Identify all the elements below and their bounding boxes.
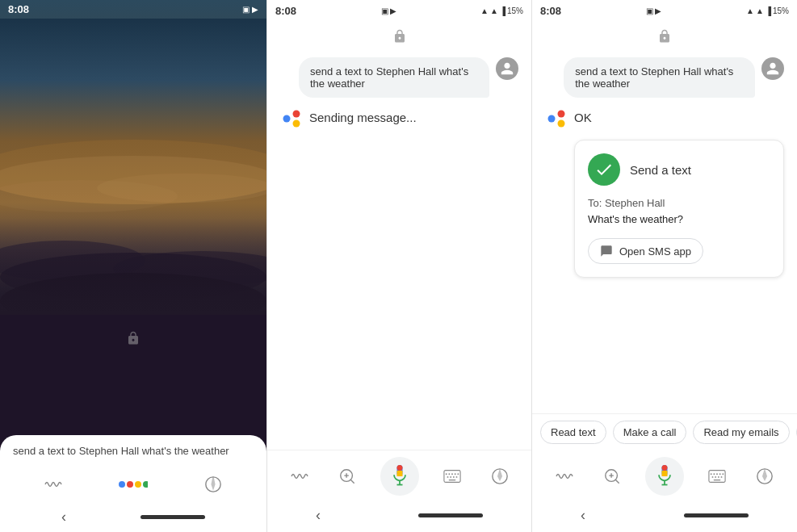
assistant-bottom-2: ‹	[267, 450, 531, 532]
lens-icon-3[interactable]	[598, 462, 627, 491]
suggestions-bar-3[interactable]: Read text Make a call Read my emails W	[532, 414, 797, 450]
back-button-2[interactable]: ‹	[316, 507, 321, 524]
time-2: 8:08	[275, 5, 296, 17]
lock-icon-main	[126, 331, 141, 346]
svg-point-6	[113, 251, 266, 287]
back-button-1[interactable]: ‹	[61, 509, 66, 526]
green-check-icon	[588, 153, 620, 186]
chat-icon	[600, 245, 613, 258]
svg-point-15	[283, 115, 291, 123]
user-avatar-3	[761, 57, 784, 80]
wavy-icon-1[interactable]	[39, 470, 68, 499]
svg-point-9	[119, 481, 125, 488]
ok-text: OK	[574, 107, 592, 124]
svg-rect-42	[661, 465, 667, 471]
keyboard-icon-3[interactable]	[703, 462, 732, 491]
back-button-3[interactable]: ‹	[581, 507, 585, 524]
svg-rect-43	[661, 471, 667, 476]
video-icon: ▶	[252, 5, 258, 14]
user-bubble-2: send a text to Stephen Hall what's the w…	[299, 57, 489, 98]
lock-icon-top-3	[532, 22, 797, 49]
suggestion-make-call[interactable]: Make a call	[613, 421, 687, 444]
wavy-icon-3[interactable]	[550, 462, 579, 491]
status-bar-3: 8:08 ▣ ▶ ▲ ▲ ▐ 15%	[532, 0, 797, 22]
time-3: 8:08	[540, 5, 561, 17]
compass-icon-3[interactable]	[750, 462, 779, 491]
mic-button-2[interactable]	[380, 457, 419, 496]
home-pill-2[interactable]	[418, 513, 483, 517]
svg-point-8	[0, 273, 266, 315]
query-text-1: send a text to Stephen Hall what's the w…	[13, 445, 254, 457]
svg-rect-20	[396, 465, 402, 471]
sms-card-title: Send a text	[630, 163, 691, 177]
status-bar-1: 8:08 ▣ ▶	[0, 0, 266, 19]
compass-icon-2[interactable]	[485, 462, 514, 491]
home-pill-3[interactable]	[684, 513, 749, 517]
sms-card: Send a text To: Stephen Hall What's the …	[574, 140, 784, 278]
user-message-3: send a text to Stephen Hall what's the w…	[545, 57, 784, 98]
wavy-icon-2[interactable]	[285, 462, 314, 491]
user-avatar-2	[496, 57, 518, 80]
sms-card-header: Send a text	[588, 153, 770, 186]
google-dots-2	[280, 107, 303, 130]
svg-marker-58	[763, 471, 767, 480]
status-icons-3: ▣ ▶	[646, 6, 661, 15]
svg-point-5	[0, 241, 145, 281]
bottom-controls-2[interactable]	[267, 450, 531, 502]
battery-text-2: 15%	[507, 6, 523, 15]
svg-marker-14	[212, 477, 215, 489]
chat-area-3: send a text to Stephen Hall what's the w…	[532, 49, 797, 413]
svg-point-4	[0, 140, 266, 204]
chat-area-2: send a text to Stephen Hall what's the w…	[267, 49, 531, 450]
svg-point-11	[135, 481, 141, 488]
assistant-response-3: OK	[545, 107, 784, 130]
wifi-icon-3: ▲	[746, 6, 754, 15]
user-message-2: send a text to Stephen Hall what's the w…	[280, 57, 518, 98]
battery-icon-2: ▐	[500, 6, 505, 15]
suggestion-read-text[interactable]: Read text	[540, 421, 606, 444]
signal-icon-3: ▲	[756, 6, 764, 15]
sending-text: Sending message...	[309, 107, 417, 124]
google-logo-1	[119, 470, 148, 499]
right-icons-3: ▲ ▲ ▐ 15%	[746, 6, 789, 15]
mic-button-3[interactable]	[645, 457, 684, 496]
status-bar-2: 8:08 ▣ ▶ ▲ ▲ ▐ 15%	[267, 0, 531, 22]
home-pill-1[interactable]	[141, 515, 205, 519]
open-sms-button[interactable]: Open SMS app	[588, 238, 703, 264]
assistant-bottom-3: Read text Make a call Read my emails W	[532, 413, 797, 532]
keyboard-icon-2[interactable]	[438, 462, 467, 491]
bottom-controls-3[interactable]	[532, 450, 797, 502]
photo-icon-2: ▣	[381, 6, 388, 15]
wallpaper	[0, 19, 266, 315]
nav-bar-3: ‹	[532, 502, 797, 532]
message-text: What's the weather?	[588, 212, 770, 228]
assistant-bottom-panel-1: send a text to Stephen Hall what's the w…	[0, 435, 266, 532]
svg-point-17	[293, 120, 300, 128]
battery-icon-3: ▐	[766, 6, 771, 15]
battery-text-3: 15%	[773, 6, 789, 15]
lens-icon-2[interactable]	[333, 462, 362, 491]
svg-point-37	[548, 115, 556, 123]
video-icon-3: ▶	[655, 6, 661, 15]
nav-bar-1: ‹	[13, 505, 254, 532]
bottom-controls-1[interactable]	[13, 465, 254, 505]
open-sms-label: Open SMS app	[619, 245, 691, 258]
assistant-response-2: Sending message...	[280, 107, 518, 130]
time-1: 8:08	[8, 3, 29, 15]
lock-icon-top-2	[267, 22, 531, 49]
svg-point-38	[558, 111, 565, 118]
svg-marker-36	[497, 471, 501, 480]
sms-card-body: To: Stephen Hall What's the weather?	[588, 195, 770, 227]
suggestion-read-emails[interactable]: Read my emails	[693, 421, 789, 444]
recipient-text: To: Stephen Hall	[588, 195, 770, 212]
svg-point-12	[143, 481, 148, 488]
user-bubble-3: send a text to Stephen Hall what's the w…	[564, 57, 755, 98]
wifi-icon-2: ▲	[480, 6, 489, 15]
svg-point-16	[293, 111, 300, 118]
signal-icon-2: ▲	[490, 6, 498, 15]
nav-bar-2: ‹	[267, 502, 531, 532]
phone-panel-2: 8:08 ▣ ▶ ▲ ▲ ▐ 15% send a text to Stephe…	[266, 0, 531, 532]
svg-point-7	[0, 253, 266, 301]
video-icon-2: ▶	[390, 6, 396, 15]
compass-icon-1[interactable]	[199, 470, 228, 499]
